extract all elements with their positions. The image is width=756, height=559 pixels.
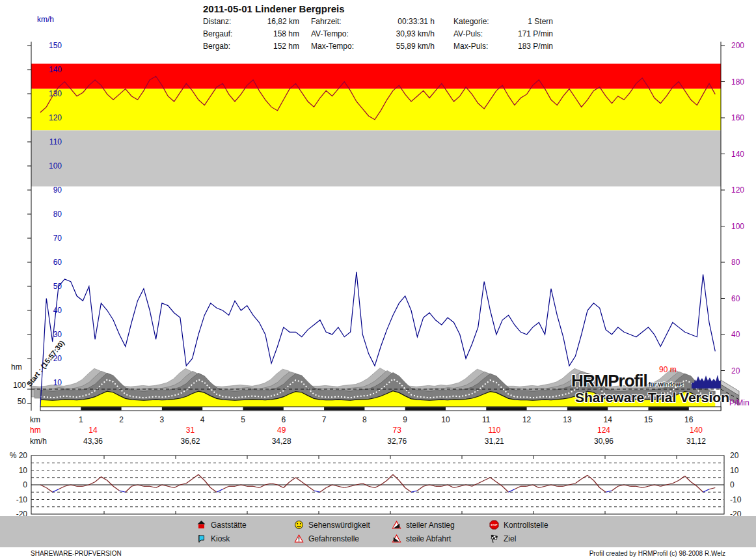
slope-segment (217, 489, 223, 493)
watermark-product-name: HRMProfil (571, 371, 647, 390)
km-tick-label: 14 (604, 415, 613, 424)
km-scale-bar-segment (324, 407, 364, 411)
lap-climb-value: 14 (88, 426, 98, 435)
stat-value: 183 P/min (518, 42, 553, 51)
km-scale-bar-segment (486, 407, 526, 411)
right-axis-tick-label: 120 (731, 185, 744, 195)
km-tick-label: 12 (522, 415, 532, 424)
steile-abfahrt-icon (392, 534, 401, 543)
stat-bergab: Bergab:152 hm (203, 42, 299, 51)
slope-segment (53, 489, 59, 493)
slope-segment (533, 485, 539, 488)
lap-avg-speed-value: 30,96 (594, 437, 614, 446)
zone-band-red (31, 64, 721, 89)
lap-avg-speed-value: 31,21 (485, 437, 504, 446)
legend-label: Ziel (504, 534, 516, 543)
left-axis-tick-label: 110 (49, 137, 62, 146)
slope-right-label: 0 (730, 480, 735, 489)
footer-shareware-note: SHAREWARE-PRÜFVERSION (31, 550, 122, 557)
slope-segment (277, 485, 283, 488)
page-title: 2011-05-01 Lindener Bergpreis (203, 3, 345, 14)
kontrollstelle-icon: STOP (489, 520, 499, 530)
lap-climb-value: 31 (186, 426, 195, 435)
km-tick-label: 1 (79, 415, 83, 424)
slope-segment (642, 486, 648, 487)
stat-max-puls: Max-Puls:183 P/min (453, 42, 553, 51)
lap-avg-speed-value: 32,76 (387, 437, 407, 446)
legend-label: Sehenswürdigkeit (308, 521, 370, 530)
slope-segment (211, 488, 217, 493)
left-axis-tick-label: 40 (53, 306, 62, 315)
elevation-tick-50: 50 (4, 397, 26, 406)
stat-label: Bergauf: (203, 29, 232, 38)
ziel-icon (489, 534, 499, 543)
km-tick-label: 5 (241, 415, 245, 424)
elevation-tick-100: 100 (4, 381, 26, 390)
legend-label: steile Abfahrt (406, 534, 451, 543)
legend-item-gefahrenstelle: Gefahrenstelle (294, 533, 359, 544)
slope-segment (491, 478, 496, 482)
gaststaette-icon (196, 520, 206, 530)
slope-segment (204, 480, 210, 487)
km-tick-label: 15 (644, 415, 653, 424)
legend-label: steiler Anstieg (406, 521, 455, 530)
slope-segment (697, 486, 703, 492)
slope-segment (411, 491, 417, 492)
stat-label: Max-Tempo: (311, 42, 354, 51)
slope-segment (587, 475, 593, 480)
right-axis-tick-label: 60 (731, 294, 740, 303)
lap-climb-value: 49 (277, 426, 286, 435)
slope-segment (186, 479, 192, 484)
slope-segment (156, 485, 162, 488)
slope-segment (259, 485, 265, 488)
right-axis-tick-label: 200 (731, 41, 744, 50)
stat-label: Max-Puls: (453, 42, 488, 51)
footer-credit: Profil created by HRMProfil (c) 98-2008 … (589, 550, 725, 557)
slope-segment (40, 485, 46, 488)
right-axis-tick-label: 20 (731, 366, 740, 375)
slope-segment (107, 480, 113, 486)
stat-value: 158 hm (273, 29, 299, 38)
km-tick-label: 2 (119, 415, 124, 424)
km-scale-bar-segment (649, 407, 689, 411)
stat-label: Distanz: (203, 17, 231, 26)
slope-segment (691, 482, 697, 487)
right-axis-tick-label: 40 (731, 330, 740, 339)
slope-segment (381, 480, 386, 485)
km-tick-label: 11 (482, 415, 491, 424)
slope-segment (290, 478, 295, 482)
km-tick-label: 9 (403, 415, 407, 424)
slope-segment (320, 488, 326, 493)
legend-item-steile-abfahrt: steile Abfahrt (392, 533, 451, 544)
right-axis-tick-label: 160 (731, 113, 744, 122)
left-axis-tick-label: 80 (53, 210, 62, 219)
legend-item-steiler-anstieg: steiler Anstieg (392, 519, 455, 530)
slope-segment (685, 476, 691, 482)
chart-canvas: 1020304050607080901001101201301401502040… (0, 0, 756, 559)
legend-item-gaststaette: Gaststätte (196, 519, 247, 530)
stat-value: 1 Stern (528, 17, 553, 26)
slope-segment (448, 485, 453, 488)
slope-segment (496, 482, 502, 487)
slope-segment (484, 478, 490, 481)
svg-text:STOP: STOP (491, 524, 498, 526)
left-axis-tick-label: 120 (49, 113, 62, 122)
slope-segment (150, 486, 155, 487)
slope-segment (539, 486, 545, 487)
legend-label: Gefahrenstelle (308, 534, 359, 543)
slope-segment (369, 486, 375, 487)
stat-max-tempo: Max-Tempo:55,89 km/h (311, 42, 435, 51)
left-axis-tick-label: 100 (49, 161, 62, 170)
lap-climb-value: 110 (488, 426, 500, 435)
km-scale-bar-segment (162, 407, 202, 411)
legend-item-sehenswuerdigkeit: Sehenswürdigkeit (294, 519, 370, 530)
legend-label: Kiosk (211, 534, 230, 543)
left-axis-tick-label: 50 (53, 282, 62, 291)
slope-segment (502, 486, 508, 492)
left-axis-tick-label: 30 (53, 330, 62, 339)
right-axis-tick-label: 140 (731, 150, 744, 159)
km-tick-label: 13 (563, 415, 572, 424)
stat-value: 55,89 km/h (396, 42, 435, 51)
stat-fahrzeit: Fahrzeit:00:33:31 h (311, 17, 435, 26)
slope-segment (308, 486, 314, 491)
